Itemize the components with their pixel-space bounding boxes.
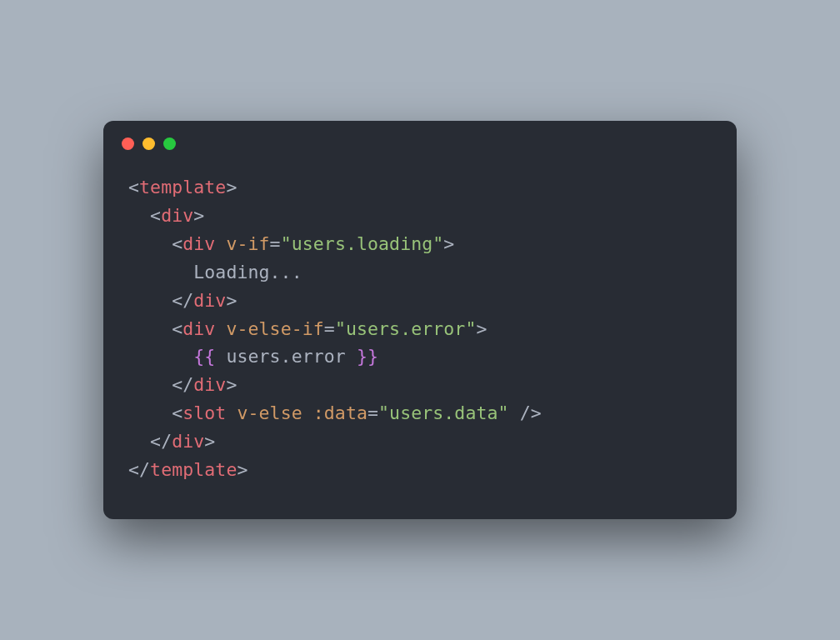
code-token-tag: template — [150, 459, 237, 480]
code-window: <template> <div> <div v-if="users.loadin… — [103, 121, 737, 520]
window-header — [103, 121, 737, 158]
code-token-tag: div — [182, 318, 215, 339]
code-token-punct: > — [476, 318, 487, 339]
code-token-string: "users.error" — [335, 318, 477, 339]
code-token-text: users.error — [215, 346, 357, 367]
code-token-text: Loading... — [193, 262, 302, 282]
code-token-punct: </ — [172, 290, 193, 311]
code-token-punct: < — [172, 402, 182, 423]
code-token-punct: > — [204, 431, 215, 452]
code-token-punct: </ — [128, 459, 150, 480]
code-token-punct: < — [172, 233, 182, 254]
code-token-tag: div — [182, 233, 215, 254]
code-token-string: "users.loading" — [281, 233, 444, 254]
code-token-tag: div — [193, 290, 226, 311]
minimize-icon[interactable] — [142, 138, 155, 150]
code-token-punct: < — [172, 318, 182, 339]
code-token-punct: </ — [150, 431, 172, 452]
code-token-punct: = — [368, 402, 378, 423]
code-token-attr: v-else — [237, 402, 302, 423]
code-token-punct: < — [128, 177, 139, 198]
maximize-icon[interactable] — [163, 138, 176, 150]
code-token-punct: /> — [520, 402, 542, 423]
code-token-tag: template — [139, 177, 226, 198]
code-token-punct: < — [150, 205, 161, 226]
code-token-string: "users.data" — [378, 402, 509, 423]
code-token-punct: > — [443, 233, 454, 254]
code-token-attr: v-else-if — [226, 318, 323, 339]
code-token-punct: = — [324, 318, 335, 339]
code-token-punct: </ — [172, 374, 193, 395]
close-icon[interactable] — [122, 138, 134, 150]
code-token-brace: {{ — [193, 346, 215, 367]
code-token-tag: slot — [182, 402, 226, 423]
code-token-tag: div — [172, 431, 204, 452]
code-token-punct: > — [226, 177, 237, 198]
code-token-attr: v-if — [226, 233, 269, 254]
code-token-punct: = — [270, 233, 281, 254]
code-token-brace: }} — [357, 346, 378, 367]
code-token-tag: div — [161, 205, 193, 226]
code-token-punct: > — [226, 290, 237, 311]
code-token-punct: > — [226, 374, 237, 395]
code-token-punct: > — [193, 205, 204, 226]
code-block[interactable]: <template> <div> <div v-if="users.loadin… — [103, 158, 737, 520]
code-token-punct: > — [237, 459, 248, 480]
code-token-tag: div — [193, 374, 226, 395]
code-token-attr: :data — [313, 402, 368, 423]
